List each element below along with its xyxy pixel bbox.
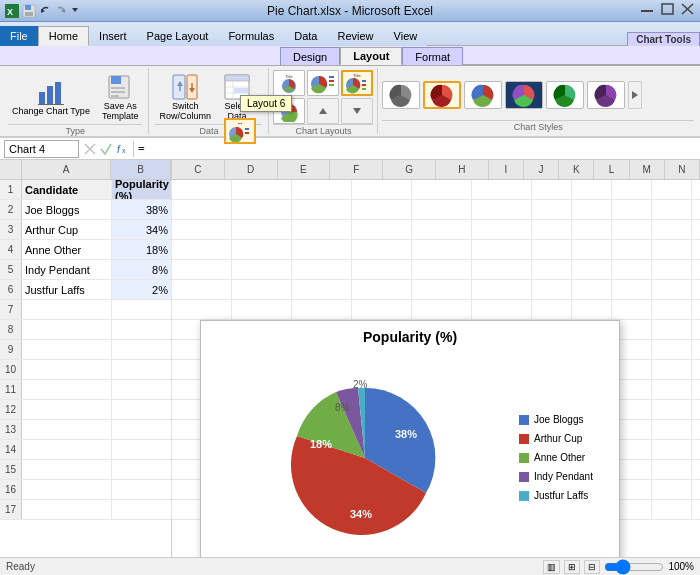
grid-cell[interactable] — [412, 200, 472, 219]
grid-cell[interactable] — [612, 220, 652, 239]
minimize-icon[interactable] — [640, 2, 656, 16]
col-b-header[interactable]: B — [111, 160, 171, 180]
grid-cell[interactable] — [692, 320, 700, 339]
grid-cell[interactable] — [172, 280, 232, 299]
row-header[interactable]: 1 — [0, 180, 22, 199]
col-a-header[interactable]: A — [22, 160, 111, 180]
maximize-icon[interactable] — [660, 2, 676, 16]
col-n-header[interactable]: N — [665, 160, 700, 179]
grid-cell[interactable] — [612, 180, 652, 199]
grid-cell[interactable] — [352, 240, 412, 259]
grid-cell[interactable]: Popularity (%) — [112, 180, 172, 199]
grid-cell[interactable] — [652, 320, 692, 339]
grid-cell[interactable] — [692, 400, 700, 419]
tab-design[interactable]: Design — [280, 47, 340, 65]
grid-cell[interactable] — [612, 200, 652, 219]
grid-cell[interactable] — [112, 340, 172, 359]
row-header[interactable]: 14 — [0, 440, 22, 459]
confirm-formula-icon[interactable] — [99, 142, 113, 156]
grid-cell[interactable] — [652, 240, 692, 259]
close-icon[interactable] — [680, 2, 696, 16]
grid-cell[interactable]: 18% — [112, 240, 172, 259]
customize-icon[interactable] — [70, 4, 80, 18]
row-header[interactable]: 16 — [0, 480, 22, 499]
grid-cell[interactable] — [232, 220, 292, 239]
col-f-header[interactable]: F — [330, 160, 383, 179]
grid-cell[interactable] — [532, 300, 572, 319]
grid-cell[interactable] — [652, 180, 692, 199]
grid-cell[interactable] — [172, 300, 232, 319]
grid-cell[interactable] — [292, 280, 352, 299]
grid-cell[interactable]: Candidate — [22, 180, 112, 199]
grid-cell[interactable] — [652, 460, 692, 479]
grid-cell[interactable] — [652, 300, 692, 319]
grid-cell[interactable] — [232, 260, 292, 279]
grid-cell[interactable] — [612, 300, 652, 319]
grid-cell[interactable] — [652, 200, 692, 219]
zoom-slider[interactable] — [604, 561, 664, 573]
grid-cell[interactable] — [572, 300, 612, 319]
grid-cell[interactable] — [292, 180, 352, 199]
row-header[interactable]: 4 — [0, 240, 22, 259]
layout-3-button[interactable]: Title — [341, 70, 373, 96]
row-header[interactable]: 15 — [0, 460, 22, 479]
selected-layout-button[interactable]: ••• — [224, 118, 256, 144]
grid-cell[interactable] — [22, 380, 112, 399]
grid-cell[interactable] — [692, 500, 700, 519]
normal-view-button[interactable]: ▥ — [543, 560, 560, 574]
tab-view[interactable]: View — [384, 26, 428, 46]
grid-cell[interactable] — [692, 340, 700, 359]
grid-cell[interactable] — [692, 200, 700, 219]
grid-cell[interactable] — [652, 400, 692, 419]
col-g-header[interactable]: G — [383, 160, 436, 179]
grid-cell[interactable] — [232, 180, 292, 199]
grid-cell[interactable] — [692, 240, 700, 259]
grid-cell[interactable] — [412, 300, 472, 319]
row-header[interactable]: 11 — [0, 380, 22, 399]
grid-cell[interactable]: Arthur Cup — [22, 220, 112, 239]
grid-cell[interactable] — [652, 380, 692, 399]
grid-cell[interactable] — [112, 400, 172, 419]
grid-cell[interactable]: 34% — [112, 220, 172, 239]
grid-cell[interactable] — [112, 320, 172, 339]
grid-cell[interactable] — [112, 440, 172, 459]
grid-cell[interactable] — [352, 220, 412, 239]
grid-cell[interactable] — [572, 200, 612, 219]
grid-cell[interactable] — [22, 300, 112, 319]
grid-cell[interactable] — [412, 240, 472, 259]
row-header[interactable]: 2 — [0, 200, 22, 219]
grid-cell[interactable] — [352, 300, 412, 319]
grid-cell[interactable]: Anne Other — [22, 240, 112, 259]
grid-cell[interactable] — [412, 220, 472, 239]
tab-formulas[interactable]: Formulas — [218, 26, 284, 46]
grid-cell[interactable] — [172, 260, 232, 279]
grid-cell[interactable]: 8% — [112, 260, 172, 279]
grid-cell[interactable] — [232, 240, 292, 259]
grid-cell[interactable] — [572, 240, 612, 259]
grid-cell[interactable] — [22, 340, 112, 359]
undo-icon[interactable] — [38, 4, 52, 18]
col-l-header[interactable]: L — [594, 160, 629, 179]
grid-cell[interactable] — [472, 200, 532, 219]
grid-cell[interactable] — [612, 280, 652, 299]
col-d-header[interactable]: D — [225, 160, 278, 179]
row-header[interactable]: 13 — [0, 420, 22, 439]
grid-cell[interactable] — [532, 280, 572, 299]
grid-cell[interactable] — [112, 380, 172, 399]
col-j-header[interactable]: J — [524, 160, 559, 179]
style-2-button[interactable] — [423, 81, 461, 109]
grid-cell[interactable] — [412, 180, 472, 199]
grid-cell[interactable] — [472, 220, 532, 239]
tab-home[interactable]: Home — [38, 26, 89, 46]
grid-cell[interactable]: 38% — [112, 200, 172, 219]
tab-format[interactable]: Format — [402, 47, 463, 65]
col-h-header[interactable]: H — [436, 160, 489, 179]
grid-cell[interactable] — [652, 440, 692, 459]
grid-cell[interactable] — [572, 180, 612, 199]
grid-cell[interactable] — [112, 420, 172, 439]
grid-cell[interactable] — [652, 500, 692, 519]
grid-cell[interactable] — [652, 220, 692, 239]
grid-cell[interactable] — [292, 260, 352, 279]
row-header[interactable]: 8 — [0, 320, 22, 339]
grid-cell[interactable] — [532, 240, 572, 259]
